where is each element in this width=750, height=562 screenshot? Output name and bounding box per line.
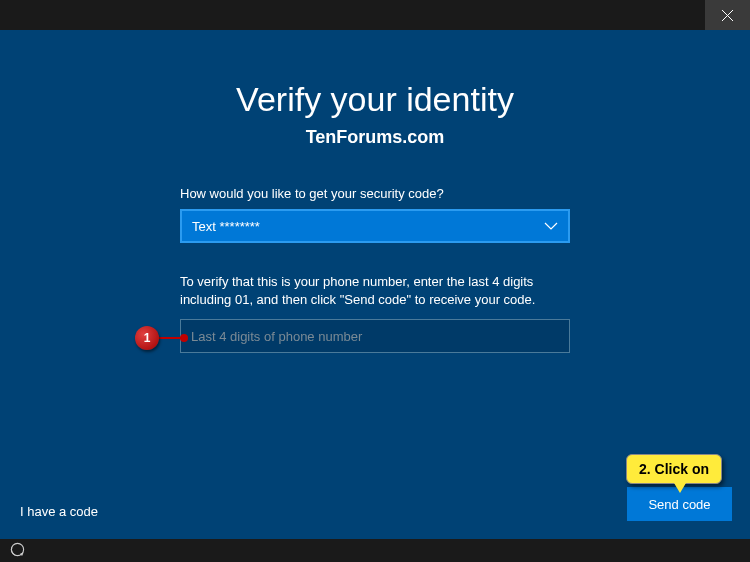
- content-container: Verify your identity TenForums.com How w…: [180, 80, 570, 353]
- accessibility-icon[interactable]: [10, 542, 25, 560]
- instruction-text: To verify that this is your phone number…: [180, 273, 570, 309]
- annotation-step-2-callout: 2. Click on: [626, 454, 722, 484]
- close-button[interactable]: [705, 0, 750, 30]
- annotation-step-1-endpoint: [180, 334, 188, 342]
- close-icon: [722, 10, 733, 21]
- annotation-step-1-badge: 1: [135, 326, 159, 350]
- bottom-bar: [0, 539, 750, 562]
- form-section: How would you like to get your security …: [180, 186, 570, 353]
- titlebar: [0, 0, 750, 30]
- page-title: Verify your identity: [180, 80, 570, 119]
- dropdown-selected-text: Text ********: [192, 219, 260, 234]
- verification-method-dropdown[interactable]: Text ********: [180, 209, 570, 243]
- have-code-link[interactable]: I have a code: [20, 504, 98, 519]
- annotation-step-1-connector: [158, 337, 182, 339]
- chevron-down-icon: [544, 222, 558, 230]
- method-prompt-label: How would you like to get your security …: [180, 186, 570, 201]
- watermark-text: TenForums.com: [180, 127, 570, 148]
- phone-digits-input[interactable]: [180, 319, 570, 353]
